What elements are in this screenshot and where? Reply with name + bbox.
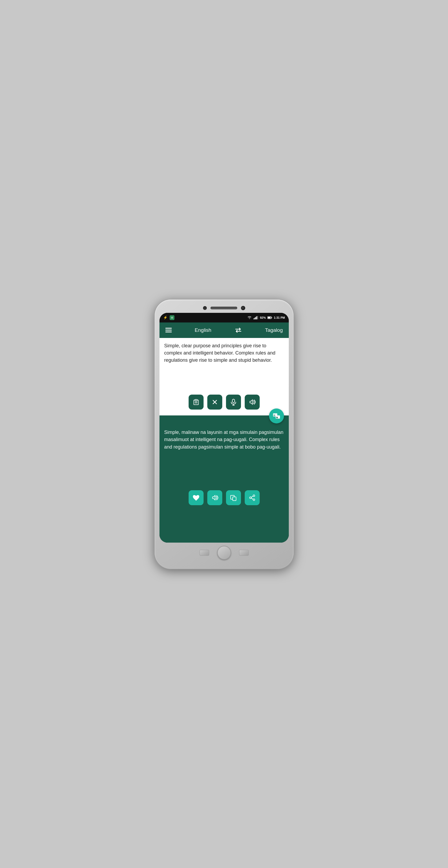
svg-rect-4: [255, 317, 256, 319]
output-section: Simple, malinaw na layunin at mga simula…: [159, 415, 289, 542]
svg-rect-5: [256, 316, 257, 319]
svg-text:翻: 翻: [276, 416, 278, 418]
svg-point-24: [250, 497, 251, 498]
camera-dot: [203, 306, 207, 310]
phone-screen: ⚡: [159, 313, 289, 542]
svg-rect-10: [195, 399, 197, 400]
microphone-button[interactable]: [226, 395, 241, 409]
google-translate-fab[interactable]: G 翻: [269, 408, 284, 424]
clipboard-button[interactable]: [189, 395, 203, 409]
phone-speaker: [211, 307, 237, 309]
gps-icon: [170, 315, 174, 320]
favorite-button[interactable]: [189, 490, 203, 505]
hamburger-menu[interactable]: [165, 328, 172, 332]
input-speaker-button[interactable]: [245, 395, 260, 409]
wifi-icon: [247, 316, 252, 319]
svg-rect-15: [232, 399, 234, 403]
phone-device: ⚡: [155, 300, 294, 569]
output-speaker-button[interactable]: [207, 490, 222, 505]
usb-icon: ⚡: [163, 315, 167, 319]
target-language[interactable]: Tagalog: [265, 327, 283, 333]
front-camera: [241, 306, 245, 310]
svg-rect-22: [232, 497, 236, 500]
svg-text:G: G: [274, 414, 275, 416]
signal-icon: [254, 316, 258, 319]
svg-rect-9: [268, 317, 270, 318]
home-button[interactable]: [217, 546, 231, 560]
svg-rect-3: [254, 318, 255, 319]
battery-percent: 92%: [260, 316, 266, 319]
time-display: 1:31 PM: [274, 316, 285, 319]
swap-languages-button[interactable]: [234, 328, 242, 333]
input-section: Simple, clear purpose and principles giv…: [159, 338, 289, 415]
recent-apps-button[interactable]: [239, 550, 249, 556]
svg-rect-2: [254, 318, 254, 319]
copy-button[interactable]: [226, 490, 241, 505]
app-header: English Tagalog: [159, 322, 289, 338]
phone-top-hardware: [159, 304, 289, 313]
clear-button[interactable]: [207, 395, 222, 409]
svg-point-1: [172, 317, 172, 318]
back-button[interactable]: [199, 550, 209, 556]
svg-line-26: [251, 496, 253, 497]
output-action-bar: [164, 490, 284, 505]
input-action-bar: [164, 395, 284, 409]
source-language[interactable]: English: [195, 327, 211, 333]
status-bar: ⚡: [159, 313, 289, 322]
svg-rect-8: [271, 317, 272, 318]
battery-icon: [267, 316, 272, 319]
svg-point-25: [253, 499, 255, 501]
svg-rect-6: [257, 316, 258, 319]
phone-bottom-hardware: [159, 542, 289, 561]
translated-text: Simple, malinaw na layunin at mga simula…: [164, 429, 284, 482]
source-text[interactable]: Simple, clear purpose and principles giv…: [164, 342, 284, 390]
svg-point-23: [253, 495, 255, 497]
svg-line-27: [251, 498, 253, 499]
share-button[interactable]: [245, 490, 260, 505]
